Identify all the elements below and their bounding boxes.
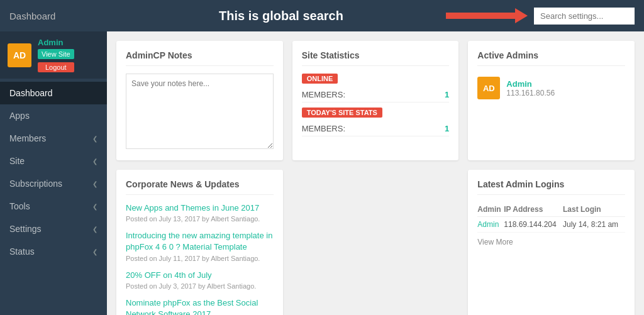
logins-table: Admin IP Address Last Login Admin 118.69… (477, 202, 625, 233)
global-search-input[interactable] (534, 8, 635, 25)
list-item: Introducing the new amazing template in … (126, 230, 274, 262)
news-meta: Posted on July 13, 2017 by Albert Santia… (126, 215, 274, 223)
sidebar-nav: Dashboard Apps Members ❮ Site ❮ Subscrip… (0, 79, 107, 315)
top-header: Dashboard This is global search (0, 0, 644, 31)
login-admin-link[interactable]: Admin (477, 220, 499, 229)
sidebar-item-site[interactable]: Site ❮ (0, 150, 107, 172)
news-title: Corporate News & Updates (126, 179, 274, 195)
news-link[interactable]: 20% OFF on 4th of July (126, 270, 212, 280)
news-meta: Posted on July 11, 2017 by Albert Santia… (126, 255, 274, 262)
members-today-value: 1 (445, 124, 449, 133)
main-layout: AD Admin View Site Logout Dashboard Apps… (0, 31, 644, 315)
header-right (446, 6, 635, 25)
sidebar-item-status[interactable]: Status ❮ (0, 240, 107, 263)
list-item: New Apps and Themes in June 2017 Posted … (126, 202, 274, 223)
sidebar-item-subscriptions[interactable]: Subscriptions ❮ (0, 172, 107, 195)
svg-marker-0 (446, 8, 528, 23)
sidebar-item-members[interactable]: Members ❮ (0, 127, 107, 150)
chevron-icon: ❮ (92, 135, 97, 142)
sidebar-item-apps[interactable]: Apps (0, 104, 107, 127)
content-area: AdminCP Notes Site Statistics ONLINE MEM… (107, 31, 644, 315)
online-badge: ONLINE (302, 74, 338, 84)
login-ip: 118.69.144.204 (504, 217, 563, 233)
notes-textarea[interactable] (126, 74, 274, 149)
list-item: Nominate phpFox as the Best Social Netwo… (126, 297, 274, 315)
active-admins-title: Active Admins (477, 50, 625, 66)
notes-card: AdminCP Notes (116, 41, 283, 160)
sidebar-item-tools[interactable]: Tools ❮ (0, 195, 107, 218)
stat-row-online: MEMBERS: 1 (302, 87, 450, 102)
admin-avatar: AD (477, 77, 500, 99)
list-item: 20% OFF on 4th of July Posted on July 3,… (126, 270, 274, 290)
view-more-link[interactable]: View More (477, 238, 513, 246)
chevron-icon: ❮ (92, 226, 97, 233)
header-spacer: Dashboard (9, 11, 116, 21)
view-site-button[interactable]: View Site (38, 49, 74, 59)
latest-logins-card: Latest Admin Logins Admin IP Address Las… (468, 170, 635, 315)
chevron-icon: ❮ (92, 203, 97, 210)
col-ip: IP Address (504, 202, 563, 217)
logout-button[interactable]: Logout (38, 62, 74, 72)
col-admin: Admin (477, 202, 504, 217)
chevron-icon: ❮ (92, 248, 97, 255)
admin-entry: AD Admin 113.161.80.56 (477, 74, 625, 102)
table-row: Admin 118.69.144.204 July 14, 8:21 am (477, 217, 625, 233)
chevron-icon: ❮ (92, 158, 97, 165)
stats-card: Site Statistics ONLINE MEMBERS: 1 TODAY'… (292, 41, 459, 160)
members-today-label: MEMBERS: (302, 124, 345, 133)
sidebar-item-dashboard[interactable]: Dashboard (0, 82, 107, 104)
login-date: July 14, 8:21 am (563, 217, 625, 233)
today-badge: TODAY'S SITE STATS (302, 108, 382, 118)
global-search-label: This is global search (116, 9, 446, 23)
avatar: AD (8, 43, 31, 67)
latest-logins-title: Latest Admin Logins (477, 179, 625, 195)
red-arrow-icon (446, 6, 528, 25)
admin-ip: 113.161.80.56 (506, 89, 555, 97)
news-card: Corporate News & Updates New Apps and Th… (116, 170, 283, 315)
members-label: MEMBERS: (302, 90, 345, 99)
notes-title: AdminCP Notes (126, 50, 274, 66)
col-last-login: Last Login (563, 202, 625, 217)
members-online-value: 1 (445, 90, 449, 99)
user-name: Admin (38, 38, 74, 47)
sidebar: AD Admin View Site Logout Dashboard Apps… (0, 31, 107, 315)
admin-name: Admin (506, 79, 555, 89)
news-link[interactable]: New Apps and Themes in June 2017 (126, 203, 259, 213)
user-info: Admin View Site Logout (38, 38, 74, 72)
chevron-icon: ❮ (92, 180, 97, 187)
news-link[interactable]: Introducing the new amazing template in … (126, 231, 272, 251)
sidebar-item-settings[interactable]: Settings ❮ (0, 218, 107, 240)
news-meta: Posted on July 3, 2017 by Albert Santiag… (126, 282, 274, 290)
stats-title: Site Statistics (302, 50, 450, 66)
user-panel: AD Admin View Site Logout (0, 31, 107, 79)
news-link[interactable]: Nominate phpFox as the Best Social Netwo… (126, 298, 258, 315)
dashboard-title: Dashboard (9, 11, 55, 21)
active-admins-card: Active Admins AD Admin 113.161.80.56 (468, 41, 635, 160)
stat-row-today: MEMBERS: 1 (302, 121, 450, 136)
